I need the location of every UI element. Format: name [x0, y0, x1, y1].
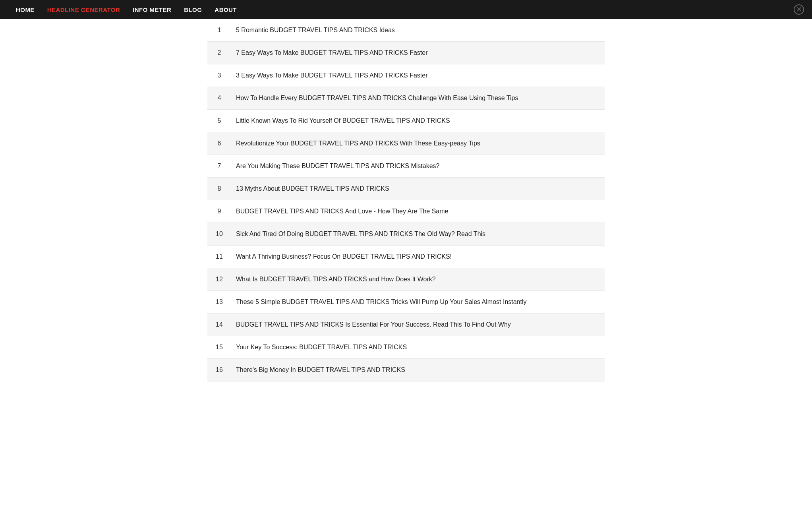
- row-number: 12: [207, 268, 231, 291]
- headline-text: BUDGET TRAVEL TIPS AND TRICKS And Love -…: [231, 200, 605, 223]
- headline-text: BUDGET TRAVEL TIPS AND TRICKS Is Essenti…: [231, 314, 605, 336]
- main-nav: HOME HEADLINE GENERATOR INFO METER BLOG …: [0, 0, 812, 19]
- row-number: 9: [207, 200, 231, 223]
- nav-home[interactable]: HOME: [16, 6, 35, 13]
- headline-text: Are You Making These BUDGET TRAVEL TIPS …: [231, 155, 605, 178]
- table-row: 813 Myths About BUDGET TRAVEL TIPS AND T…: [207, 178, 605, 200]
- row-number: 4: [207, 87, 231, 110]
- row-number: 15: [207, 336, 231, 359]
- row-number: 3: [207, 64, 231, 87]
- table-row: 27 Easy Ways To Make BUDGET TRAVEL TIPS …: [207, 42, 605, 64]
- nav-about[interactable]: ABOUT: [215, 6, 237, 13]
- headline-text: 7 Easy Ways To Make BUDGET TRAVEL TIPS A…: [231, 42, 605, 64]
- table-row: 12What Is BUDGET TRAVEL TIPS AND TRICKS …: [207, 268, 605, 291]
- table-row: 10Sick And Tired Of Doing BUDGET TRAVEL …: [207, 223, 605, 246]
- nav-blog[interactable]: BLOG: [184, 6, 202, 13]
- headline-text: 13 Myths About BUDGET TRAVEL TIPS AND TR…: [231, 178, 605, 200]
- headline-text: Want A Thriving Business? Focus On BUDGE…: [231, 246, 605, 268]
- row-number: 11: [207, 246, 231, 268]
- headline-text: What Is BUDGET TRAVEL TIPS AND TRICKS an…: [231, 268, 605, 291]
- table-row: 5Little Known Ways To Rid Yourself Of BU…: [207, 110, 605, 132]
- headline-text: These 5 Simple BUDGET TRAVEL TIPS AND TR…: [231, 291, 605, 314]
- headline-text: Your Key To Success: BUDGET TRAVEL TIPS …: [231, 336, 605, 359]
- table-row: 14BUDGET TRAVEL TIPS AND TRICKS Is Essen…: [207, 314, 605, 336]
- headline-text: How To Handle Every BUDGET TRAVEL TIPS A…: [231, 87, 605, 110]
- headline-text: 5 Romantic BUDGET TRAVEL TIPS AND TRICKS…: [231, 19, 605, 42]
- table-row: 15 Romantic BUDGET TRAVEL TIPS AND TRICK…: [207, 19, 605, 42]
- nav-headline-generator[interactable]: HEADLINE GENERATOR: [47, 6, 120, 13]
- nav-items: HOME HEADLINE GENERATOR INFO METER BLOG …: [16, 6, 237, 13]
- headline-text: Sick And Tired Of Doing BUDGET TRAVEL TI…: [231, 223, 605, 246]
- headline-text: 3 Easy Ways To Make BUDGET TRAVEL TIPS A…: [231, 64, 605, 87]
- table-row: 15Your Key To Success: BUDGET TRAVEL TIP…: [207, 336, 605, 359]
- row-number: 8: [207, 178, 231, 200]
- headline-text: There's Big Money In BUDGET TRAVEL TIPS …: [231, 359, 605, 381]
- close-icon[interactable]: ✕: [794, 4, 804, 15]
- table-row: 4How To Handle Every BUDGET TRAVEL TIPS …: [207, 87, 605, 110]
- table-row: 13These 5 Simple BUDGET TRAVEL TIPS AND …: [207, 291, 605, 314]
- content-wrapper: 15 Romantic BUDGET TRAVEL TIPS AND TRICK…: [199, 19, 613, 381]
- row-number: 14: [207, 314, 231, 336]
- row-number: 2: [207, 42, 231, 64]
- table-row: 9BUDGET TRAVEL TIPS AND TRICKS And Love …: [207, 200, 605, 223]
- row-number: 1: [207, 19, 231, 42]
- headline-text: Little Known Ways To Rid Yourself Of BUD…: [231, 110, 605, 132]
- row-number: 10: [207, 223, 231, 246]
- table-row: 16There's Big Money In BUDGET TRAVEL TIP…: [207, 359, 605, 381]
- row-number: 5: [207, 110, 231, 132]
- headline-text: Revolutionize Your BUDGET TRAVEL TIPS AN…: [231, 132, 605, 155]
- row-number: 13: [207, 291, 231, 314]
- headlines-table: 15 Romantic BUDGET TRAVEL TIPS AND TRICK…: [207, 19, 605, 381]
- table-row: 33 Easy Ways To Make BUDGET TRAVEL TIPS …: [207, 64, 605, 87]
- nav-info-meter[interactable]: INFO METER: [133, 6, 171, 13]
- row-number: 6: [207, 132, 231, 155]
- table-row: 6Revolutionize Your BUDGET TRAVEL TIPS A…: [207, 132, 605, 155]
- row-number: 7: [207, 155, 231, 178]
- table-row: 7Are You Making These BUDGET TRAVEL TIPS…: [207, 155, 605, 178]
- table-row: 11Want A Thriving Business? Focus On BUD…: [207, 246, 605, 268]
- row-number: 16: [207, 359, 231, 381]
